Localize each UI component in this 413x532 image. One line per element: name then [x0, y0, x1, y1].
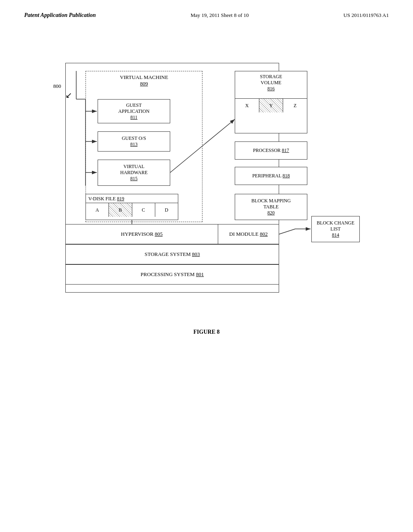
- figure-caption: FIGURE 8: [0, 329, 413, 335]
- peripheral-label: PERIPHERAL 818: [252, 173, 290, 179]
- guest-app-label: GUEST APPLICATION 811: [118, 102, 149, 121]
- vhw-box: VIRTUAL HARDWARE 815: [98, 160, 170, 186]
- vhw-label: VIRTUAL HARDWARE 815: [120, 164, 148, 182]
- processor-label: PROCESSOR 817: [253, 148, 289, 154]
- processing-system-label: PROCESSING SYSTEM 801: [141, 271, 204, 278]
- patent-number-label: US 2011/0119763 A1: [344, 12, 389, 19]
- svg-line-8: [279, 229, 295, 234]
- date-sheet-label: May 19, 2011 Sheet 8 of 10: [190, 12, 248, 19]
- sv-cell-x: X: [235, 99, 259, 112]
- label-800: 800: [53, 83, 61, 89]
- vdisk-cell-d: D: [155, 203, 178, 217]
- bmt-label: BLOCK MAPPING TABLE 820: [251, 198, 291, 216]
- processing-system-label-box: PROCESSING SYSTEM 801: [65, 264, 279, 285]
- diagram-container: 800 ↙ HYPERVISOR 805 DI MODULE 802 STORA…: [53, 47, 360, 321]
- page-header: Patent Application Publication May 19, 2…: [0, 0, 413, 23]
- vdisk-cells: A B C D: [86, 203, 178, 217]
- storage-vol-box: STORAGE VOLUME 816 X Y Z: [235, 71, 307, 133]
- guest-os-label: GUEST O/S 813: [122, 135, 146, 148]
- bmt-box: BLOCK MAPPING TABLE 820: [235, 194, 307, 220]
- guest-app-box: GUEST APPLICATION 811: [98, 99, 170, 123]
- bcl-label: BLOCK CHANGE LIST 814: [317, 220, 355, 238]
- storage-system-label: STORAGE SYSTEM 803: [144, 251, 200, 258]
- hypervisor-box: HYPERVISOR 805: [66, 224, 218, 244]
- peripheral-box: PERIPHERAL 818: [235, 167, 307, 185]
- vdisk-cell-a: A: [86, 203, 109, 217]
- vdisk-title: V-DISK FILE 819: [86, 194, 178, 203]
- storage-system-box: STORAGE SYSTEM 803: [65, 244, 279, 264]
- vdisk-box: V-DISK FILE 819 A B C D: [86, 194, 178, 220]
- vdisk-cell-b: B: [109, 203, 132, 217]
- guest-os-box: GUEST O/S 813: [98, 131, 170, 152]
- sv-cell-y: Y: [259, 99, 284, 112]
- figure-area: 800 ↙ HYPERVISOR 805 DI MODULE 802 STORA…: [0, 23, 413, 321]
- hypervisor-label: HYPERVISOR 805: [121, 231, 163, 237]
- hypervisor-row: HYPERVISOR 805 DI MODULE 802: [65, 224, 279, 244]
- storage-vol-title: STORAGE VOLUME 816: [235, 71, 307, 94]
- di-module-label: DI MODULE 802: [229, 231, 267, 237]
- vm-title: VIRTUAL MACHINE 809: [86, 72, 202, 87]
- di-module-box: DI MODULE 802: [218, 224, 279, 244]
- sv-cell-z: Z: [283, 99, 307, 112]
- bcl-box: BLOCK CHANGE LIST 814: [311, 216, 360, 242]
- vdisk-cell-c: C: [132, 203, 155, 217]
- processor-box: PROCESSOR 817: [235, 141, 307, 160]
- sv-cells: X Y Z: [235, 98, 307, 112]
- publication-label: Patent Application Publication: [24, 12, 96, 19]
